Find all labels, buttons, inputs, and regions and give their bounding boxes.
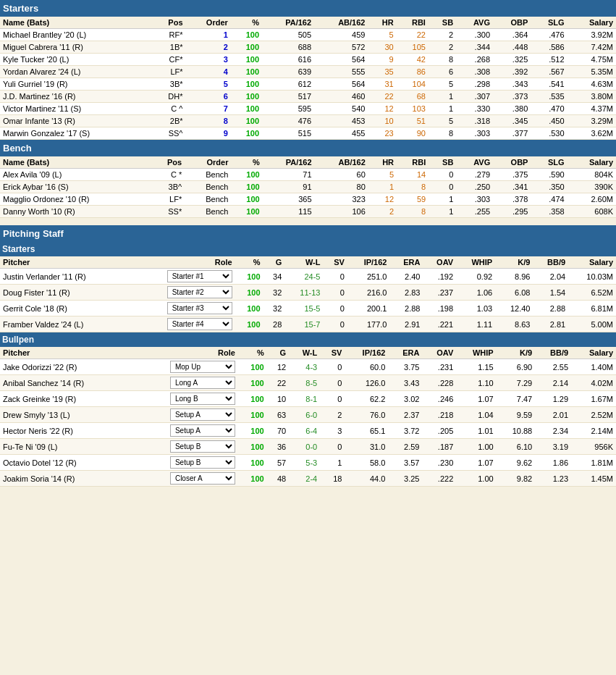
pitcher-sv: 0 xyxy=(320,359,345,375)
player-name: Omar Infante '13 (R) xyxy=(0,115,152,127)
player-pa: 612 xyxy=(262,78,314,91)
pitcher-era: 2.40 xyxy=(389,269,423,285)
pitcher-era: 3.57 xyxy=(388,455,422,471)
bench-header: Bench xyxy=(0,140,616,156)
pitcher-name: Doug Fister '11 (R) xyxy=(0,285,130,301)
pitcher-oav: .205 xyxy=(423,423,457,439)
pitcher-salary: 2.14M xyxy=(571,423,616,439)
table-row: Drew Smyly '13 (L) Setup A 100 63 6-0 2 … xyxy=(0,407,616,423)
pitcher-pct: 100 xyxy=(238,455,267,471)
player-pos: LF* xyxy=(151,193,185,206)
pitcher-salary: 1.67M xyxy=(571,391,616,407)
player-avg: .344 xyxy=(456,41,493,54)
player-pos: LF* xyxy=(152,66,185,78)
pitcher-era: 3.02 xyxy=(388,391,422,407)
pitcher-bb9: 1.86 xyxy=(535,455,571,471)
player-salary: 804K xyxy=(568,169,616,181)
player-hr: 31 xyxy=(368,78,396,91)
pitcher-oav: .246 xyxy=(423,391,457,407)
player-obp: .343 xyxy=(493,78,531,91)
pitcher-name: Justin Verlander '11 (R) xyxy=(0,269,130,285)
player-sb: 2 xyxy=(429,41,456,54)
pitcher-role-select[interactable]: Starter #2 xyxy=(167,286,232,298)
player-pct: 100 xyxy=(231,41,262,54)
pitcher-role-select[interactable]: Starter #1 xyxy=(167,270,232,282)
player-avg: .318 xyxy=(456,115,493,127)
player-rbi: 68 xyxy=(397,91,429,103)
pitcher-name: Joakim Soria '14 (R) xyxy=(0,471,131,487)
pitcher-name: Gerrit Cole '18 (R) xyxy=(0,301,130,316)
pitcher-role-select[interactable]: Starter #4 xyxy=(167,318,232,330)
player-rbi: 8 xyxy=(397,206,429,218)
player-rbi: 90 xyxy=(397,127,429,140)
player-order: 2 xyxy=(186,41,231,54)
player-hr: 22 xyxy=(368,91,396,103)
pitcher-k9: 7.29 xyxy=(497,375,536,391)
table-row: Victor Martinez '11 (S) C ^ 7 100 595 54… xyxy=(0,103,616,115)
player-salary: 3.92M xyxy=(568,29,616,41)
col-slg: SLG xyxy=(531,156,567,169)
table-row: J.D. Martinez '16 (R) DH* 6 100 517 460 … xyxy=(0,91,616,103)
pitcher-salary: 6.81M xyxy=(568,301,616,316)
player-order: 8 xyxy=(186,115,231,127)
player-avg: .303 xyxy=(456,193,493,206)
pitcher-whip: 1.07 xyxy=(456,455,496,471)
player-sb: 1 xyxy=(429,206,456,218)
player-pct: 100 xyxy=(231,127,262,140)
pitcher-bb9: 2.04 xyxy=(533,269,568,285)
player-hr: 35 xyxy=(368,66,396,78)
pitcher-salary: 6.52M xyxy=(568,285,616,301)
player-name: Michael Brantley '20 (L) xyxy=(0,29,152,41)
player-avg: .303 xyxy=(456,127,493,140)
pitcher-sv: 0 xyxy=(323,285,347,301)
pitcher-role-select[interactable]: Starter #3 xyxy=(167,302,232,314)
player-rbi: 8 xyxy=(397,181,429,193)
pitcher-sv: 18 xyxy=(320,471,345,487)
pitcher-role-select[interactable]: Closer A xyxy=(170,472,235,485)
table-row: Yuli Gurriel '19 (R) 3B* 5 100 612 564 3… xyxy=(0,78,616,91)
player-pos: 3B^ xyxy=(151,181,185,193)
pitcher-ip: 216.0 xyxy=(347,285,390,301)
pitcher-pct: 100 xyxy=(238,439,267,455)
bench-col-headers: Name (Bats) Pos Order % PA/162 AB/162 HR… xyxy=(0,156,616,169)
pitcher-role: Closer A xyxy=(131,471,238,487)
player-pos: 1B* xyxy=(152,41,185,54)
player-avg: .308 xyxy=(456,66,493,78)
col-role: Role xyxy=(130,256,235,269)
pitcher-pct: 100 xyxy=(235,285,263,301)
player-order: Bench xyxy=(185,206,231,218)
player-sb: 0 xyxy=(429,181,456,193)
player-hr: 2 xyxy=(368,206,397,218)
player-pos: RF* xyxy=(152,29,185,41)
player-salary: 4.37M xyxy=(568,103,616,115)
player-order: 6 xyxy=(186,91,231,103)
player-salary: 3.62M xyxy=(568,127,616,140)
player-pos: SS^ xyxy=(152,127,185,140)
player-pa: 515 xyxy=(262,127,314,140)
table-row: Anibal Sanchez '14 (R) Long A 100 22 8-5… xyxy=(0,375,616,391)
table-row: Gerrit Cole '18 (R) Starter #3 100 32 15… xyxy=(0,301,616,316)
pitcher-g: 12 xyxy=(267,359,290,375)
player-obp: .380 xyxy=(493,103,531,115)
pitcher-pct: 100 xyxy=(238,407,267,423)
pitcher-role-select[interactable]: Setup B xyxy=(170,456,235,469)
pitcher-role-select[interactable]: Setup A xyxy=(170,408,235,421)
col-ip: IP/162 xyxy=(347,256,390,269)
pitcher-role: Starter #3 xyxy=(130,301,235,316)
pitcher-role-select[interactable]: Long B xyxy=(170,393,235,405)
pitcher-role-select[interactable]: Setup B xyxy=(170,440,235,453)
player-pct: 100 xyxy=(231,78,262,91)
pitcher-role-select[interactable]: Mop Up xyxy=(170,361,235,373)
player-pos: 2B* xyxy=(152,115,185,127)
pitcher-wl: 8-1 xyxy=(289,391,320,407)
player-rbi: 22 xyxy=(397,29,429,41)
player-hr: 12 xyxy=(368,193,397,206)
player-salary: 3.80M xyxy=(568,91,616,103)
player-obp: .378 xyxy=(493,193,531,206)
player-sb: 6 xyxy=(429,66,456,78)
pitcher-role-select[interactable]: Long A xyxy=(170,377,235,389)
pitcher-role-select[interactable]: Setup A xyxy=(170,424,235,437)
pitcher-era: 3.25 xyxy=(388,471,422,487)
player-pa: 91 xyxy=(263,181,315,193)
player-pos: DH* xyxy=(152,91,185,103)
